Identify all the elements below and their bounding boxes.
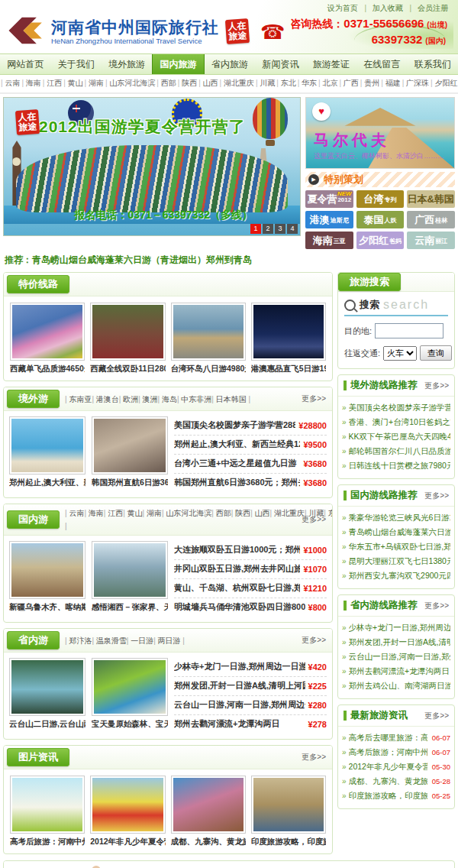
subtab[interactable]: 湖北重庆 [270,509,305,517]
domestic-tab[interactable]: 国内游 [7,510,60,529]
tour-photo-card[interactable]: 新疆乌鲁木齐、喀纳斯湖、 [9,541,85,617]
photo-caption[interactable]: 新疆乌鲁木齐、喀纳斯湖、 [9,599,85,613]
nav-visa[interactable]: 旅游签证 [306,54,356,74]
nav-domestic[interactable]: 国内旅游 [152,54,204,74]
subtab[interactable]: 海岛 [158,395,177,403]
deal-card[interactable]: 港澳惠品直飞5日游1980 [251,303,326,374]
subtab[interactable]: 欧洲 [119,395,138,403]
photo-caption[interactable]: 高考后旅游：河南中州国 [10,834,85,847]
promo-button-thailand[interactable]: 泰国人妖 [356,211,405,228]
set-home-link[interactable]: 设为首页 [327,4,358,12]
photo-news-card[interactable]: 成都、九寨沟、黄龙旅 [171,776,246,847]
photo-news-card[interactable]: 高考后旅游：河南中州国 [10,776,85,847]
photo-caption[interactable]: 宝天曼原始森林、宝天曼峡 [92,716,168,730]
tour-link[interactable]: 郑州起止,澳大利亚、新西兰经典12日游一惠 [174,439,300,450]
rec-link[interactable]: 乘豪华游轮览三峡风光6日游1950元-河 [349,513,450,523]
rec-link[interactable]: 云台山一日游,河南一日游,郑州周边一 [349,652,450,662]
destination-input[interactable] [375,323,443,338]
outbound-tab[interactable]: 境外游 [7,390,60,408]
nav-message[interactable]: 在线留言 [356,54,407,74]
provincial-tab[interactable]: 省内游 [7,631,60,649]
subtab[interactable]: 海南 [84,509,103,517]
region-link[interactable]: 陕西 [178,79,197,87]
subtab[interactable]: 澳洲 [138,395,157,403]
news-link[interactable]: 成都、九寨沟、黄龙旅游注意 [349,776,427,787]
rec-link[interactable]: 日韩连线十日赏樱之旅7980元，郑州去 [349,461,450,471]
provincial-more-link[interactable]: 更多>> [302,635,326,646]
tour-link[interactable]: 韩国郑州直航6日游3680元；郑州去韩国旅游； [174,477,300,488]
photo-news-card[interactable]: 印度旅游攻略，印度旅游 [251,776,326,847]
news-more-link[interactable]: 更多>> [424,711,449,721]
deal-card[interactable]: 西藏全线双卧11日2800元 [90,303,165,374]
photo-caption[interactable]: 2012年非凡少年夏令营 [90,834,165,847]
deal-card[interactable]: 台湾环岛八日游4980元起 [171,303,246,374]
nav-home[interactable]: 网站首页 [0,54,50,74]
rec-link[interactable]: 郑州西安九寨沟双飞2900元四日品质行 [349,571,450,581]
tour-link[interactable]: 井冈山双卧五日游,郑州去井冈山旅游,红色旅 [174,563,300,575]
photo-news-more-link[interactable]: 更多>> [302,752,326,763]
rec-link[interactable]: 昆明大理丽江双飞七日1380元，郑州去 [349,556,450,567]
subtab[interactable]: 西部 [211,509,231,517]
region-link[interactable]: 湖南 [85,79,104,87]
subtab[interactable]: 东南亚 [65,395,92,403]
promo-button-guangxi[interactable]: 广西桂林 [407,211,455,228]
rec-link[interactable]: 郑州去鸡公山、南湾湖两日游,河南省 [349,681,450,691]
tour-link[interactable]: 明城墙兵马俑华清池双卧四日游800元,郑州去 [174,601,305,613]
nav-news[interactable]: 新闻资讯 [255,54,305,74]
subtab[interactable]: 一日游 [127,636,153,645]
subtab[interactable]: 日本韩国 [211,395,246,403]
promo-button-summer-camp[interactable]: 夏令营2012 NEW [305,190,353,208]
region-link[interactable]: 山西 [198,79,218,87]
subtab[interactable]: 陕西 [231,509,250,517]
region-link[interactable]: 福建 [381,79,400,87]
subtab[interactable]: 江西 [104,509,123,517]
promo-button-japan-korea[interactable]: 日本&韩国 [407,190,455,208]
nav-contact[interactable]: 联系我们 [408,54,458,74]
tour-link[interactable]: 郑州发团,开封一日游A线,清明上河园,铁塔, [174,680,305,691]
region-link[interactable]: 广西 [339,79,358,87]
rec-link[interactable]: 青岛崂山烟台威海蓬莱六日游（青进烟 [349,527,450,538]
region-link[interactable]: 山东河北海滨 [105,79,155,87]
region-link[interactable]: 北京 [318,79,337,87]
rec-link[interactable]: 华东五市+乌镇双卧七日游,郑州出发华 [349,542,450,552]
region-link[interactable]: 东北 [276,79,295,87]
photo-caption[interactable]: 韩国郑州直航6日游3680元 [92,474,168,488]
subtab[interactable]: 云南 [65,509,84,517]
deals-tab[interactable]: 特价线路 [7,275,69,293]
region-link[interactable]: 贵州 [360,79,379,87]
rec-link[interactable]: 郑州去鹳河漂流+龙潭沟两日 [349,666,450,677]
rec-link[interactable]: 郑州发团,开封一日游A线,清明上河园 [349,637,450,648]
rec-provincial-more-link[interactable]: 更多>> [424,601,449,611]
tour-link[interactable]: 云台山一日游,河南一日游,郑州周边一日游 [174,699,305,711]
photo-caption[interactable]: 印度旅游攻略，印度旅游 [251,834,326,847]
photo-news-tab[interactable]: 图片资讯 [7,748,69,766]
photo-caption[interactable]: 云台山二日游,云台山两日 [9,716,85,730]
tour-link[interactable]: 台湾小三通+中远之星超值九日游 [174,458,300,469]
photo-caption[interactable]: 感悟湘西－张家界、天子山 [92,599,168,613]
region-link[interactable]: 云南 [1,79,20,87]
rec-link[interactable]: 邮轮韩国首尔仁川八日品质游1980元 [349,446,450,457]
subtab[interactable]: 湖南 [143,509,162,517]
banner-page-2[interactable]: 2 [263,224,273,234]
subtab[interactable]: 郑汴洛 [65,636,92,645]
deal-caption[interactable]: 港澳惠品直飞5日游1980 [251,361,326,374]
region-link[interactable]: 夕阳红 [431,79,457,87]
tour-photo-card[interactable]: 宝天曼原始森林、宝天曼峡 [92,658,168,734]
tour-photo-card[interactable]: 云台山二日游,云台山两日 [9,658,85,734]
news-link[interactable]: 印度旅游攻略，印度旅游签证 [349,791,427,802]
add-favorite-link[interactable]: 加入收藏 [364,4,402,12]
region-link[interactable]: 西部 [156,79,176,87]
promo-button-seniors[interactable]: 夕阳红爸妈 [356,232,405,249]
photo-caption[interactable]: 成都、九寨沟、黄龙旅 [171,834,246,847]
banner-page-4[interactable]: 4 [287,224,298,234]
banner-page-1[interactable]: 1 [250,224,261,234]
tour-link[interactable]: 大连旅顺双卧五日游1000元；郑州到大连旅游 [174,544,300,555]
region-link[interactable]: 江西 [43,79,62,87]
tour-link[interactable]: 少林寺+龙门一日游,郑州周边一日游,郑州出 [174,661,305,672]
news-link[interactable]: 高考后去哪里旅游：高考完去 [349,733,427,743]
domestic-more-link[interactable]: 更多>> [302,514,326,525]
deal-card[interactable]: 西藏单飞品质游4650全陪 [10,303,85,374]
promo-button-taiwan[interactable]: 台湾专列 [356,190,405,208]
main-banner[interactable]: 人在旅途 2012出国游学夏令营开营了 报名电话：0371－63397332（多… [3,97,301,236]
subtab[interactable]: 山西 [250,509,269,517]
